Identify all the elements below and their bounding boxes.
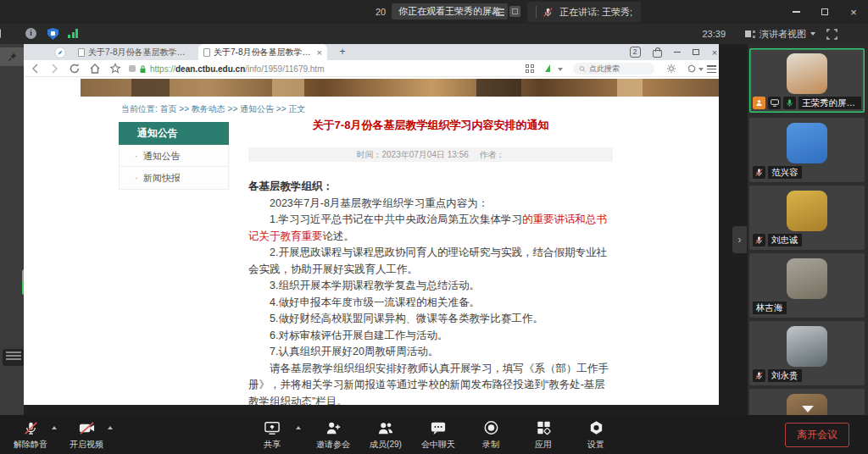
members-button[interactable]: 成员(29) <box>367 419 404 451</box>
maximize-button[interactable] <box>810 0 839 24</box>
view-mode-switcher[interactable]: 演讲者视图 <box>745 24 815 44</box>
sidebar-item-news[interactable]: 新闻快报 <box>120 167 228 189</box>
url-scheme: https:// <box>150 64 175 74</box>
back-icon[interactable] <box>29 62 42 75</box>
url-domain: dean.ctbu.edu.cn <box>175 64 245 74</box>
quick-searchbox[interactable] <box>573 63 654 75</box>
browser-minimize-button[interactable] <box>668 44 687 60</box>
tab-count-badge[interactable]: 2 <box>626 44 644 60</box>
browser-maximize-button[interactable] <box>687 44 705 60</box>
participant-label-row: 范兴容 <box>753 166 802 179</box>
meeting-window: 20 你正在观看王荣秀的屏幕 正在讲话: 王荣秀; × i 23:39 演讲者视… <box>0 0 868 454</box>
speaker-view-icon <box>745 30 755 39</box>
record-button[interactable]: 录制 <box>472 419 509 451</box>
settings-gear-icon <box>588 420 604 435</box>
side-by-side-layout-icon[interactable] <box>0 29 1 38</box>
browser-logo-icon[interactable] <box>54 47 66 58</box>
unmute-button[interactable]: 解除静音 <box>12 419 49 451</box>
chat-button[interactable]: 会中聊天 <box>420 419 457 451</box>
screen-menu-icon[interactable] <box>496 7 504 18</box>
mic-muted-icon <box>542 7 554 18</box>
chat-label: 会中聊天 <box>421 439 455 451</box>
participant-avatar <box>787 123 827 163</box>
window-controls: × <box>782 0 868 24</box>
participant-label-row: 王荣秀的屏幕... <box>753 97 861 109</box>
mic-muted-icon <box>754 235 764 245</box>
browser-tab-inactive[interactable]: 关于7-8月份各基层教学组织学 <box>73 44 195 60</box>
settings-button[interactable]: 设置 <box>577 419 615 451</box>
close-button[interactable]: × <box>839 0 868 24</box>
downloads-bag-icon[interactable] <box>648 44 666 60</box>
search-icon <box>579 65 586 73</box>
forward-icon[interactable] <box>47 62 61 75</box>
view-mode-label: 演讲者视图 <box>760 28 806 41</box>
zoom-control-icon[interactable] <box>509 6 520 17</box>
share-screen-button[interactable]: 共享 <box>253 419 291 451</box>
participant-tile[interactable]: 林吉海 <box>749 253 865 318</box>
participant-tile[interactable]: 范兴容 <box>749 118 865 182</box>
scroll-more-participants-icon[interactable] <box>802 406 814 412</box>
home-icon[interactable] <box>88 62 102 75</box>
history-chevron-icon[interactable] <box>698 68 704 71</box>
video-options-caret-icon[interactable] <box>108 426 113 429</box>
sidebar-collapse-arrow[interactable]: › <box>732 226 747 253</box>
mic-options-caret-icon[interactable] <box>52 426 57 429</box>
article-paragraph: 各基层教学组织： <box>248 179 613 196</box>
clock-time: 23:39 <box>702 24 726 44</box>
sidebar-list: 通知公告 新闻快报 <box>119 145 229 190</box>
screen-share-badge-icon <box>768 97 781 109</box>
leave-meeting-button[interactable]: 离开会议 <box>785 423 849 447</box>
pin-widget[interactable] <box>0 47 25 66</box>
share-options-caret-icon[interactable] <box>296 426 301 429</box>
new-tab-button[interactable]: + <box>336 46 349 59</box>
history-restore-icon[interactable] <box>687 64 697 74</box>
article-paragraph: 请各基层教学组织组织安排好教师认真开展学习，填写《系（部）工作手册》，并将相关学… <box>248 361 613 406</box>
speed-mode-icon[interactable] <box>545 64 552 72</box>
meeting-toolbar: 解除静音 开启视频 共享 邀请参会 成员(29) <box>0 415 868 454</box>
meeting-timer: 20 <box>376 0 386 24</box>
site-info-icon[interactable] <box>129 65 136 72</box>
settings-sun-icon[interactable] <box>666 64 676 74</box>
record-icon <box>483 420 499 435</box>
info-icon[interactable]: i <box>25 28 36 39</box>
speed-mode-chevron-icon[interactable] <box>558 68 563 71</box>
reload-icon[interactable] <box>68 62 81 75</box>
minimize-button[interactable] <box>782 0 810 24</box>
participant-avatar <box>787 258 827 299</box>
browser-tab-active[interactable]: 关于7-8月份各基层教学组织学 × <box>198 44 327 60</box>
page-doc-icon <box>203 48 210 57</box>
url-display[interactable]: https://dean.ctbu.edu.cn/info/1959/11679… <box>129 63 324 75</box>
extensions-grid-icon[interactable] <box>526 64 534 73</box>
participant-name: 范兴容 <box>768 166 802 179</box>
speaking-label: 正在讲话: 王荣秀; <box>559 6 632 19</box>
browser-close-button[interactable]: × <box>705 44 724 60</box>
article-paragraph: 1.学习习近平总书记在中共中央政治局第五次集体学习的重要讲话和总书记关于教育重要… <box>248 212 613 245</box>
sidebar-item-notices[interactable]: 通知公告 <box>120 145 228 167</box>
participant-mic-icon <box>753 369 765 382</box>
apps-button[interactable]: 应用 <box>525 419 562 451</box>
participant-tile[interactable]: 王荣秀的屏幕... <box>749 48 865 113</box>
tab-close-icon[interactable]: × <box>317 47 322 58</box>
invite-button[interactable]: 邀请参会 <box>314 419 352 451</box>
participant-tile[interactable]: 刘永贵 <box>749 321 865 385</box>
page-doc-icon <box>78 48 85 57</box>
browser-menu-icon[interactable] <box>707 64 716 75</box>
favorite-star-icon[interactable] <box>108 62 122 75</box>
chat-bubble-icon <box>430 420 447 435</box>
article-body: 各基层教学组织：2023年7月-8月基层教学组织学习重点内容为：1.学习习近平总… <box>248 179 613 405</box>
search-input[interactable] <box>589 64 648 73</box>
participants-panel: 王荣秀的屏幕...范兴容刘忠诚林吉海刘永贵 <box>748 44 868 415</box>
fullscreen-icon[interactable] <box>826 29 837 40</box>
security-shield-icon[interactable] <box>47 28 58 40</box>
participant-tile[interactable]: 刘忠诚 <box>749 185 865 250</box>
meeting-titlebar: 20 你正在观看王荣秀的屏幕 正在讲话: 王荣秀; × <box>0 0 868 24</box>
collapsed-list-widget[interactable] <box>3 349 25 366</box>
mic-muted-icon <box>754 371 764 380</box>
shared-browser-window: 关于7-8月份各基层教学组织学 关于7-8月份各基层教学组织学 × + 2 × <box>24 44 719 405</box>
participant-mic-icon <box>783 97 796 109</box>
start-video-button[interactable]: 开启视频 <box>68 419 105 451</box>
article-paragraph: 7.认真组织开展好20周教研周活动。 <box>248 344 613 361</box>
tab-title: 关于7-8月份各基层教学组织学 <box>88 47 190 58</box>
https-lock-icon <box>139 64 147 74</box>
participant-mic-icon <box>753 234 765 246</box>
